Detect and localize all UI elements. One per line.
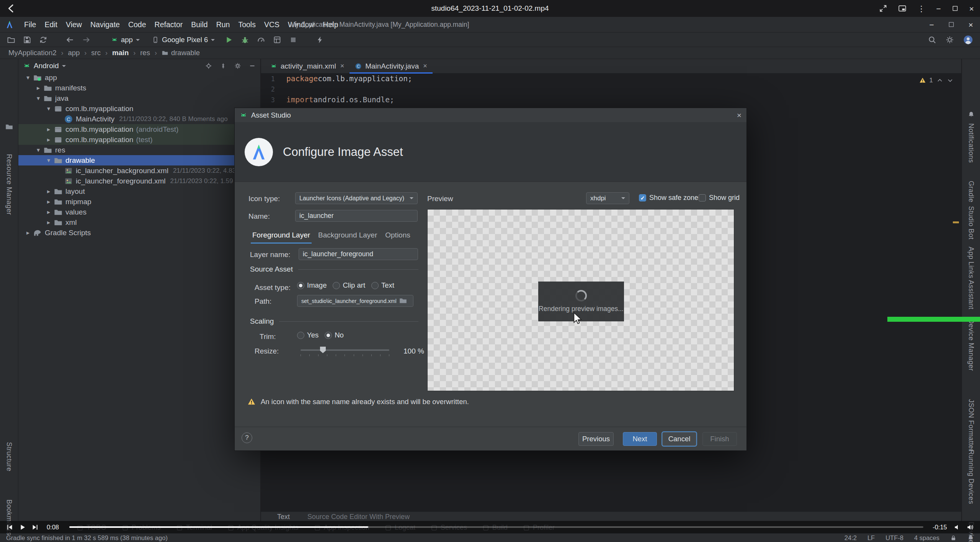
tree-item-com-lb-myapplication-test[interactable]: ▸com.lb.myapplication(test)	[18, 134, 260, 145]
notifications-icon[interactable]	[968, 111, 975, 118]
search-everywhere-button[interactable]	[928, 36, 936, 44]
volume-icon[interactable]	[967, 524, 974, 531]
status-message[interactable]: Gradle sync finished in 1 m 32 s 589 ms …	[6, 534, 168, 542]
menu-file[interactable]: File	[20, 18, 40, 31]
ide-maximize-button[interactable]	[948, 21, 955, 28]
tree-item-manifests[interactable]: ▸manifests	[18, 83, 260, 93]
device-selector[interactable]: Google Pixel 6	[150, 35, 217, 45]
project-tool-button[interactable]	[5, 123, 13, 131]
code-editor[interactable]: 1package com.lb.myapplication;23import a…	[261, 74, 961, 105]
dialog-titlebar[interactable]: Asset Studio ×	[235, 108, 746, 122]
save-all-icon[interactable]	[23, 36, 31, 44]
picture-in-picture-button[interactable]	[898, 4, 906, 13]
layer-name-input[interactable]	[299, 248, 418, 260]
back-button[interactable]	[6, 3, 16, 13]
tool-stripe-resource-manager[interactable]: Resource Manager	[5, 154, 13, 215]
menu-navigate[interactable]: Navigate	[86, 18, 124, 31]
breadcrumb-main[interactable]: main	[112, 49, 129, 57]
tree-item-ic-launcher-foreground-xml[interactable]: ic_launcher_foreground.xml21/11/2023 0:2…	[18, 176, 260, 186]
ide-close-button[interactable]: ×	[969, 21, 973, 29]
tool-stripe-device-manager[interactable]: Device Manager	[967, 319, 975, 371]
more-options-button[interactable]: ⋮	[917, 5, 925, 13]
path-input[interactable]	[297, 295, 413, 307]
code-line[interactable]: 3import android.os.Bundle;	[261, 95, 961, 105]
tree-chevron-icon[interactable]: ▸	[44, 208, 54, 216]
collapse-all-icon[interactable]	[220, 62, 227, 69]
tree-chevron-icon[interactable]: ▸	[44, 198, 54, 205]
status-utf-8[interactable]: UTF-8	[885, 534, 903, 542]
tool-stripe-gradle[interactable]: Gradle	[967, 181, 975, 202]
open-icon[interactable]	[7, 36, 15, 44]
dialog-close-button[interactable]: ×	[737, 111, 742, 120]
tree-chevron-icon[interactable]: ▸	[44, 136, 54, 143]
tab-mainactivity-java[interactable]: C MainActivity.java ×	[350, 59, 433, 73]
tree-item-gradle-scripts[interactable]: ▸Gradle Scripts	[18, 228, 260, 238]
finish-button[interactable]: Finish	[702, 432, 737, 446]
tool-stripe-app-links-assistant[interactable]: App Links Assistant	[967, 247, 975, 309]
seek-bar[interactable]	[69, 526, 923, 528]
tree-item-com-lb-myapplication[interactable]: ▾com.lb.myapplication	[18, 103, 260, 114]
help-button[interactable]: ?	[242, 432, 252, 443]
editor-text-tab[interactable]: Text	[277, 513, 290, 521]
fullscreen-button[interactable]	[879, 4, 887, 13]
show-safe-zone-checkbox[interactable]: Show safe zone	[639, 194, 698, 202]
tree-item-res[interactable]: ▾res	[18, 145, 260, 155]
tree-item-com-lb-myapplication-androidtest[interactable]: ▸com.lb.myapplication(androidTest)	[18, 124, 260, 134]
tree-chevron-icon[interactable]: ▾	[44, 157, 54, 164]
code-line[interactable]: 2	[261, 84, 961, 95]
asset-type-radio-clip-art[interactable]: Clip art	[333, 281, 365, 290]
tree-item-java[interactable]: ▾java	[18, 93, 260, 103]
dialog-tab-foreground-layer[interactable]: Foreground Layer	[252, 231, 311, 244]
tool-stripe-running-devices[interactable]: Running Devices	[967, 450, 975, 504]
menu-build[interactable]: Build	[187, 18, 212, 31]
breadcrumb-src[interactable]: src	[91, 49, 101, 57]
ide-minimize-button[interactable]: −	[929, 21, 934, 29]
next-button[interactable]: Next	[623, 432, 657, 446]
tool-stripe-structure[interactable]: Structure	[5, 442, 13, 472]
mute-icon[interactable]	[954, 524, 961, 531]
profile-avatar[interactable]	[963, 35, 973, 45]
tree-chevron-icon[interactable]: ▸	[23, 229, 33, 236]
minimize-button[interactable]: −	[936, 5, 941, 13]
asset-type-radio-image[interactable]: Image	[297, 281, 327, 290]
trim-radio-no[interactable]: No	[325, 331, 344, 339]
trim-radio-yes[interactable]: Yes	[297, 331, 318, 339]
tree-chevron-icon[interactable]: ▾	[23, 74, 33, 81]
stop-button[interactable]	[289, 36, 297, 44]
project-view-selector[interactable]: Android	[34, 62, 59, 70]
browse-folder-button[interactable]	[399, 296, 408, 305]
tree-chevron-icon[interactable]: ▾	[33, 146, 43, 154]
previous-frame-button[interactable]	[6, 524, 13, 531]
play-button[interactable]	[19, 524, 26, 531]
code-line[interactable]: 1package com.lb.myapplication;	[261, 74, 961, 84]
menu-code[interactable]: Code	[124, 18, 150, 31]
tree-chevron-icon[interactable]: ▾	[44, 105, 54, 112]
tool-stripe-studio-bot[interactable]: Studio Bot	[967, 206, 975, 239]
asset-type-radio-text[interactable]: Text	[371, 281, 394, 290]
tool-stripe-notifications[interactable]: Notifications	[967, 123, 975, 163]
breadcrumb-drawable[interactable]: drawable	[162, 49, 200, 57]
icon-type-dropdown[interactable]: Launcher Icons (Adaptive and Legacy)	[295, 192, 418, 204]
profiler-button[interactable]	[257, 36, 265, 44]
dialog-tab-options[interactable]: Options	[384, 231, 411, 244]
menu-vcs[interactable]: VCS	[260, 18, 284, 31]
maximize-button[interactable]	[952, 5, 959, 12]
run-configuration-selector[interactable]: app	[109, 35, 142, 45]
tree-item-layout[interactable]: ▸layout	[18, 186, 260, 196]
app-inspection-button[interactable]	[273, 36, 281, 44]
tree-chevron-icon[interactable]: ▸	[44, 219, 54, 226]
tree-item-mipmap[interactable]: ▸mipmap	[18, 196, 260, 207]
tree-item-ic-launcher-background-xml[interactable]: ic_launcher_background.xml21/11/2023 0:2…	[18, 165, 260, 176]
status-4-spaces[interactable]: 4 spaces	[914, 534, 939, 542]
previous-button[interactable]: Previous	[578, 432, 614, 446]
menu-tools[interactable]: Tools	[234, 18, 260, 31]
tree-chevron-icon[interactable]: ▾	[33, 95, 43, 102]
resize-slider[interactable]	[301, 346, 389, 354]
slider-thumb[interactable]	[320, 347, 326, 353]
menu-run[interactable]: Run	[212, 18, 234, 31]
status-lf[interactable]: LF	[867, 534, 875, 542]
tree-item-drawable[interactable]: ▾drawable	[18, 155, 260, 165]
lock-icon[interactable]	[950, 535, 957, 541]
tool-stripe-json-formatter[interactable]: JSON Formatter	[967, 399, 975, 452]
close-button[interactable]: ×	[969, 5, 974, 13]
